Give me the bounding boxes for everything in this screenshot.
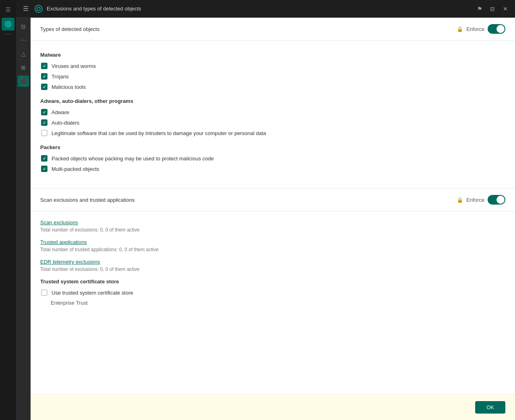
app-logo-icon <box>35 5 43 13</box>
left-panel-dots-icon[interactable]: ⋯ <box>18 35 29 46</box>
label-legitimate-software: Legitimate software that can be used by … <box>52 130 266 136</box>
packers-group-title: Packers <box>40 144 505 150</box>
checkbox-row-viruses: Viruses and worms <box>40 63 505 69</box>
types-lock-icon: 🔒 <box>457 26 463 32</box>
scan-enforce-container: 🔒 Enforce <box>457 195 505 205</box>
checkbox-row-adware: Adware <box>40 109 505 115</box>
checkbox-legitimate-software[interactable] <box>41 130 47 136</box>
label-viruses: Viruses and worms <box>52 63 96 69</box>
checkbox-trusted-cert[interactable] <box>41 289 47 296</box>
scan-enforce-toggle[interactable] <box>488 195 505 205</box>
checkbox-row-auto-dialers: Auto-dialers <box>40 119 505 126</box>
edr-sub: Total number of exclusions: 0, 0 of them… <box>40 266 505 272</box>
label-trusted-cert: Use trusted system certificate store <box>52 290 133 296</box>
sidebar-divider-1 <box>4 34 12 34</box>
checkbox-trojans[interactable] <box>41 73 47 80</box>
scan-exclusions-link[interactable]: Scan exclusions <box>40 219 505 225</box>
scan-enforce-label: Enforce <box>466 197 484 203</box>
app-sidebar: ☰ <box>0 0 16 420</box>
bottom-bar: OK <box>31 394 515 420</box>
trusted-applications-sub: Total number of trusted applications: 0,… <box>40 247 505 252</box>
checkbox-row-trojans: Trojans <box>40 73 505 80</box>
malware-group: Malware Viruses and worms Trojans Malici… <box>40 52 505 90</box>
scroll-content: Types of detected objects 🔒 Enforce Malw… <box>31 18 515 394</box>
label-packed-objects: Packed objects whose packing may be used… <box>52 156 214 162</box>
label-trojans: Trojans <box>52 74 69 80</box>
svg-point-0 <box>5 21 11 27</box>
title-bar-actions: ⚑ ⊟ ✕ <box>475 4 510 14</box>
checkbox-adware[interactable] <box>41 109 47 115</box>
hamburger-menu-icon[interactable]: ☰ <box>21 5 31 12</box>
trusted-applications-link[interactable]: Trusted applications <box>40 239 505 245</box>
checkbox-auto-dialers[interactable] <box>41 119 47 126</box>
trusted-cert-group: Trusted system certificate store Use tru… <box>40 279 505 306</box>
malware-group-title: Malware <box>40 52 505 58</box>
edr-telemetry-link[interactable]: EDR telemetry exclusions <box>40 259 505 265</box>
checkbox-row-trusted-cert: Use trusted system certificate store <box>40 289 505 296</box>
types-section-title: Types of detected objects <box>40 26 99 32</box>
scan-exclusions-sub: Total number of exclusions: 0, 0 of them… <box>40 227 505 233</box>
types-content-body: Malware Viruses and worms Trojans Malici… <box>31 41 515 188</box>
sidebar-menu-icon[interactable]: ☰ <box>2 3 14 16</box>
scan-exclusions-section-title: Scan exclusions and trusted applications <box>40 197 135 203</box>
checkbox-viruses[interactable] <box>41 63 47 69</box>
sidebar-active-icon[interactable] <box>2 18 14 31</box>
book-button[interactable]: ⊟ <box>488 4 497 14</box>
adware-group: Adware, auto-dialers, other programs Adw… <box>40 98 505 136</box>
svg-point-1 <box>7 23 9 25</box>
ok-button[interactable]: OK <box>475 401 505 414</box>
checkbox-row-multi-packed: Multi-packed objects <box>40 166 505 172</box>
label-adware: Adware <box>52 109 69 115</box>
label-malicious-tools: Malicious tools <box>52 84 86 90</box>
scan-lock-icon: 🔒 <box>457 197 463 203</box>
label-auto-dialers: Auto-dialers <box>52 120 79 126</box>
checkbox-row-packed-objects: Packed objects whose packing may be used… <box>40 155 505 162</box>
enterprise-trust-label: Enterprise Trust <box>40 300 505 306</box>
settings-panel: Types of detected objects 🔒 Enforce Malw… <box>31 18 515 420</box>
types-enforce-label: Enforce <box>466 26 484 32</box>
adware-group-title: Adware, auto-dialers, other programs <box>40 98 505 104</box>
checkbox-malicious-tools[interactable] <box>41 84 47 90</box>
title-bar: ☰ Exclusions and types of detected objec… <box>16 0 515 18</box>
packers-group: Packers Packed objects whose packing may… <box>40 144 505 172</box>
label-multi-packed: Multi-packed objects <box>52 166 99 172</box>
checkbox-packed-objects[interactable] <box>41 155 47 162</box>
checkbox-row-malicious-tools: Malicious tools <box>40 84 505 90</box>
app-logo-inner <box>37 7 41 11</box>
trusted-cert-title: Trusted system certificate store <box>40 279 505 285</box>
checkbox-row-legitimate-software: Legitimate software that can be used by … <box>40 130 505 136</box>
scan-exclusions-body: Scan exclusions Total number of exclusio… <box>31 211 515 322</box>
types-section-header: Types of detected objects 🔒 Enforce <box>31 18 515 41</box>
scan-exclusions-section-header: Scan exclusions and trusted applications… <box>31 188 515 211</box>
content-area: ⊟ ⋯ △ ⊞ ⬛ Types of detected objects 🔒 En… <box>16 18 515 420</box>
flag-button[interactable]: ⚑ <box>475 4 484 14</box>
checkbox-multi-packed[interactable] <box>41 166 47 172</box>
close-button[interactable]: ✕ <box>501 4 510 14</box>
left-panel-list-icon[interactable]: ⊟ <box>18 21 29 32</box>
types-enforce-container: 🔒 Enforce <box>457 24 505 34</box>
left-panel-grid-icon[interactable]: ⊞ <box>18 62 29 73</box>
left-panel-active-icon[interactable]: ⬛ <box>18 76 29 87</box>
types-enforce-toggle[interactable] <box>488 24 505 34</box>
left-panel: ⊟ ⋯ △ ⊞ ⬛ <box>16 18 31 420</box>
left-panel-triangle-icon[interactable]: △ <box>18 48 29 59</box>
main-wrapper: ☰ Exclusions and types of detected objec… <box>16 0 515 420</box>
window-title: Exclusions and types of detected objects <box>47 6 471 12</box>
